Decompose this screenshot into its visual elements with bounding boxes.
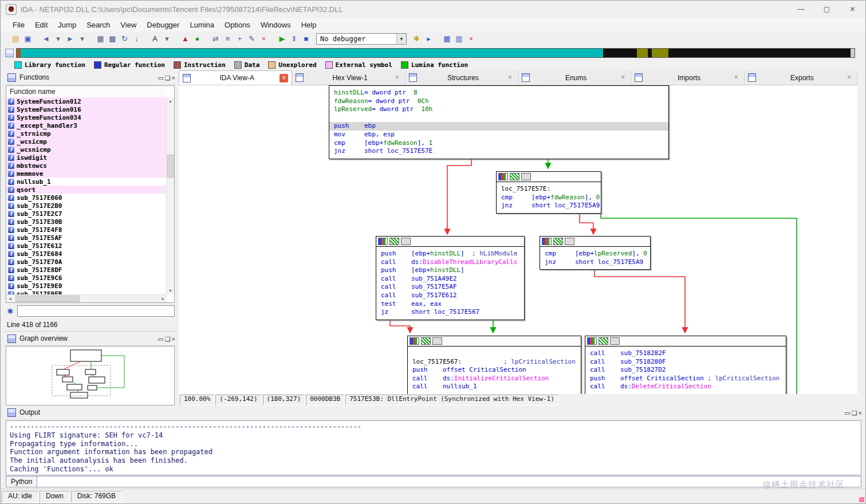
function-row[interactable]: f_wcsnicmp <box>6 145 166 153</box>
patch-icon[interactable]: + <box>234 33 245 45</box>
function-row[interactable]: fsub_7517E4F8 <box>6 226 166 234</box>
function-row[interactable]: fiswdigit <box>6 153 166 162</box>
debugger-combo[interactable]: No debugger▾ <box>316 33 407 45</box>
python-input[interactable] <box>37 476 861 487</box>
node-color-icon[interactable] <box>378 238 388 245</box>
tab-exports[interactable]: Exports× <box>745 70 857 85</box>
menu-windows[interactable]: Windows <box>255 19 296 31</box>
scroll-up-icon[interactable]: ▴ <box>167 97 174 105</box>
snippet-icon[interactable]: ✎ <box>246 33 257 45</box>
function-row[interactable]: fsub_7517E9E0 <box>6 282 166 290</box>
jump-down-icon[interactable]: ↓ <box>131 33 142 45</box>
compile-idc-icon[interactable]: ✱ <box>411 33 422 45</box>
function-row[interactable]: f_except_handler3 <box>6 121 166 129</box>
refresh-icon[interactable]: ↻ <box>119 33 130 45</box>
graph-overview-close-button[interactable]: × <box>172 336 175 342</box>
menu-file[interactable]: File <box>7 19 30 31</box>
menu-lumina[interactable]: Lumina <box>184 19 219 31</box>
function-row[interactable]: fsub_7517E2B0 <box>6 202 166 210</box>
font-icon[interactable]: A <box>149 33 160 45</box>
output-log[interactable]: ----------------------------------------… <box>6 420 861 475</box>
node-frame-icon[interactable] <box>599 337 608 345</box>
node-frame-icon[interactable] <box>510 173 519 180</box>
node-color-icon[interactable] <box>587 337 597 345</box>
functions-panel-caption[interactable]: Functions ▭❏× <box>4 70 176 85</box>
scroll-down-icon[interactable]: ▾ <box>167 287 174 294</box>
tab-hex-view-1[interactable]: Hex View-1× <box>292 70 405 85</box>
graph-overview-map[interactable] <box>6 346 175 405</box>
function-row[interactable]: fsub_7517E684 <box>6 250 166 258</box>
output-float-button[interactable]: ❏ <box>852 410 857 416</box>
nav-back-menu-icon[interactable]: ▾ <box>53 33 64 45</box>
node-group-icon[interactable] <box>401 238 411 245</box>
node-group-icon[interactable] <box>432 337 442 345</box>
stop-process-icon[interactable]: ■ <box>301 33 312 45</box>
tab-enums[interactable]: Enums× <box>518 70 631 85</box>
function-row[interactable]: fSystemFunction034 <box>6 113 166 121</box>
save-icon[interactable]: ▣ <box>22 33 33 45</box>
function-row[interactable]: fsub_7517E9C6 <box>6 274 166 282</box>
list-xrefs-icon[interactable]: ≡ <box>222 33 233 45</box>
output-close-button[interactable]: × <box>859 410 862 416</box>
function-row[interactable]: fsub_7517E8DF <box>6 266 166 274</box>
tab-structures[interactable]: Structures× <box>406 70 518 85</box>
functions-float-button[interactable]: ❏ <box>165 74 171 81</box>
function-row[interactable]: fsub_7517E9EB <box>6 290 166 294</box>
function-row[interactable]: fsub_7517E612 <box>6 242 166 250</box>
graph-node-4[interactable]: cmp [ebp+lpReserved], 0jnz short loc_751… <box>540 236 651 270</box>
tab-close-icon[interactable]: × <box>619 73 627 82</box>
function-row[interactable]: fmbstowcs <box>6 162 166 170</box>
tab-close-icon[interactable]: × <box>732 73 741 82</box>
node-color-icon[interactable] <box>410 337 419 345</box>
navband-handle-icon[interactable] <box>5 49 14 57</box>
scrollbar-thumb[interactable] <box>167 155 174 178</box>
functions-close-button[interactable]: × <box>172 74 175 81</box>
tab-close-icon[interactable]: × <box>280 74 288 82</box>
node-color-icon[interactable] <box>542 238 552 245</box>
close-button[interactable]: ✕ <box>840 1 865 18</box>
menu-options[interactable]: Options <box>219 19 255 31</box>
minimize-button[interactable]: — <box>788 1 814 18</box>
menu-view[interactable]: View <box>115 19 141 31</box>
node-frame-icon[interactable] <box>389 238 399 245</box>
filter-icon[interactable]: ✱ <box>6 307 15 316</box>
maximize-button[interactable]: ▢ <box>814 1 840 18</box>
graph-node-3[interactable]: push [ebp+hinstDLL] ; hLibModulecall ds:… <box>376 236 525 320</box>
close-view-icon[interactable]: × <box>258 33 269 45</box>
open-imports-icon[interactable]: ▥ <box>454 33 465 45</box>
function-row[interactable]: fsub_7517E30B <box>6 218 166 226</box>
font-menu-icon[interactable]: ▾ <box>162 33 172 45</box>
menu-edit[interactable]: Edit <box>30 19 53 31</box>
open-file-icon[interactable]: ▤ <box>10 33 21 45</box>
open-structures-icon[interactable]: ▦ <box>442 33 452 45</box>
menu-search[interactable]: Search <box>81 19 115 31</box>
menu-help[interactable]: Help <box>296 19 322 31</box>
graph-node-1[interactable]: hinstDLL= dword ptr 8fdwReason= dword pt… <box>329 85 669 159</box>
node-group-icon[interactable] <box>521 173 531 180</box>
functions-column-header[interactable]: Function name <box>6 86 167 98</box>
function-row[interactable]: fSystemFunction012 <box>6 97 166 105</box>
function-row[interactable]: fsub_7517E70A <box>6 258 166 266</box>
node-frame-icon[interactable] <box>553 238 563 245</box>
tab-close-icon[interactable]: × <box>506 73 514 82</box>
scroll-right-icon[interactable]: ▸ <box>159 295 167 302</box>
menu-debugger[interactable]: Debugger <box>141 19 184 31</box>
function-row[interactable]: fsub_7517E2C7 <box>6 210 166 218</box>
scrollbar-thumb[interactable] <box>15 296 80 302</box>
functions-minimize-button[interactable]: ▭ <box>158 74 163 81</box>
graph-node-2[interactable]: loc_7517E57E:cmp [ebp+fdwReason], 0jnz s… <box>496 171 601 214</box>
graph-node-5[interactable]: loc_7517E567: ; lpCriticalSectionpush of… <box>407 336 581 394</box>
cascade-windows-icon[interactable]: ▩ <box>107 33 118 45</box>
functions-vertical-scrollbar[interactable]: ▴ ▾ <box>166 97 174 294</box>
function-row[interactable]: fmemmove <box>6 170 166 178</box>
run-script-icon[interactable]: ▸ <box>423 33 434 45</box>
function-row[interactable]: fsub_7517E060 <box>6 194 166 202</box>
tab-ida-view-a[interactable]: IDA View-A× <box>179 70 292 85</box>
functions-search-input[interactable] <box>17 305 175 317</box>
delete-view-icon[interactable]: × <box>466 33 477 45</box>
tab-close-icon[interactable]: × <box>845 73 853 82</box>
pause-process-icon[interactable]: ‖ <box>289 33 300 45</box>
tab-close-icon[interactable]: × <box>393 73 401 82</box>
resume-icon[interactable]: ● <box>192 33 203 45</box>
nav-forward-icon[interactable]: ► <box>65 33 76 45</box>
